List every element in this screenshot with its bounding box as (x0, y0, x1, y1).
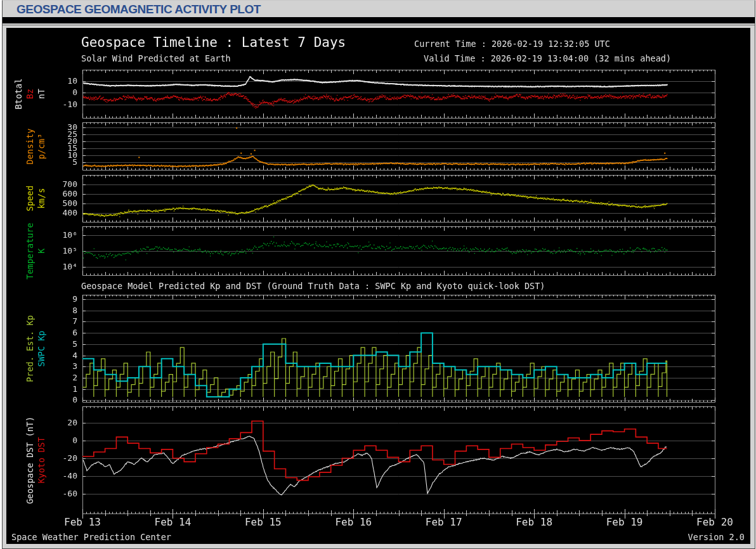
footer-version: Version 2.0 (688, 532, 745, 542)
x-axis-label: Feb 19 (596, 516, 653, 528)
x-axis-label: Feb 18 (505, 516, 563, 528)
y-tick-label: 8 (25, 306, 77, 315)
axis-label-temperature: Temperature (25, 223, 35, 279)
y-tick-label: 0 (25, 395, 77, 404)
axis-label-imf: Btotal (13, 79, 23, 110)
geospace-plot: Geospace Timeline : Latest 7 Days Curren… (6, 28, 750, 544)
valid-time-label: Valid Time : 2026-02-19 13:04:00 (32 min… (424, 53, 671, 63)
x-axis-label: Feb 14 (144, 516, 201, 528)
y-tick-label: 10 (25, 76, 77, 86)
axis-label-dst: Geospace DST (nT) (25, 416, 35, 503)
page: GEOSPACE GEOMAGNETIC ACTIVITY PLOT Geosp… (2, 0, 755, 549)
current-time-label: Current Time : 2026-02-19 12:32:05 UTC (414, 39, 610, 49)
y-tick-label: 9 (25, 294, 77, 304)
y-tick-label: -10 (25, 100, 77, 109)
axis-label-imf: nT (36, 89, 46, 99)
plot-title: Geospace Timeline : Latest 7 Days (81, 35, 346, 50)
axis-label-speed: Speed (25, 186, 35, 212)
axis-label-temperature: K (36, 248, 46, 253)
axis-label-speed: km/s (36, 188, 46, 209)
x-axis-label: Feb 20 (686, 516, 743, 528)
axis-label-kp: SWPC Kp (36, 330, 46, 366)
x-axis-label: Feb 16 (325, 516, 382, 528)
axis-label-imf: Bz (25, 89, 35, 99)
solar-wind-subtitle: Solar Wind Predicted at Earth (81, 53, 231, 63)
x-axis-label: Feb 17 (415, 516, 472, 528)
y-tick-label: 1 (25, 384, 77, 394)
content-frame-border (3, 25, 755, 25)
x-axis-label: Feb 15 (235, 516, 292, 528)
footer-credit: Space Weather Prediction Center (11, 532, 171, 542)
axis-label-density: Density (25, 128, 35, 164)
axis-label-density: p/cm³ (36, 133, 46, 159)
x-axis-label: Feb 13 (54, 516, 111, 528)
header-divider-bar (3, 17, 755, 23)
kp-dst-subtitle: Geospace Model Predicted Kp and DST (Gro… (81, 281, 545, 291)
page-title: GEOSPACE GEOMAGNETIC ACTIVITY PLOT (16, 3, 261, 16)
axis-label-dst: Kyoto DST (36, 437, 46, 483)
axis-label-kp: Pred. Est. Kp (25, 315, 35, 382)
